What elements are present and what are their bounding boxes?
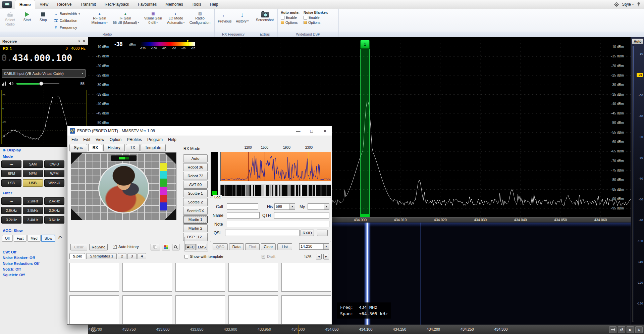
template-thumbnail[interactable] [175,295,225,324]
my-label[interactable]: My [300,204,305,209]
auto-history-checkbox[interactable] [113,245,117,249]
undo-icon[interactable]: ↶ [58,235,62,241]
radio-configuration-button[interactable]: ▧ Radio Configuration [187,10,213,31]
auto-mute-options[interactable]: Options [281,20,300,25]
mode-button[interactable]: SAM [23,160,43,168]
sstv-frequency-select[interactable]: 14.230▼ [299,243,329,250]
channel-passband-region[interactable] [360,49,370,214]
tuning-bar-tick-label[interactable]: 433.850 [190,327,204,331]
rx-mode-button[interactable]: Robot 72 [183,172,208,180]
filter-button[interactable]: 2.8kHz [23,207,43,214]
template-thumbnail[interactable] [69,263,119,292]
qsl-input[interactable] [225,230,300,236]
name-label[interactable]: Name [213,213,223,218]
template-thumbnail[interactable] [281,263,331,292]
copy-image-button[interactable] [151,244,160,250]
clear-image-button[interactable]: Clear [70,244,87,250]
frequency-history-button[interactable]: ↓ History▾ [234,10,250,31]
bandwidth-button[interactable]: ↔Bandwidth▾ [53,11,88,16]
mmsstv-tab[interactable]: Sync [69,144,87,151]
mode-button[interactable]: USB [23,179,43,187]
agc-button[interactable]: Med [28,235,40,242]
name-input[interactable] [227,212,260,219]
pin-icon[interactable] [637,2,641,7]
screenshot-button[interactable]: Screenshot [254,10,276,31]
auto-history-option[interactable]: Auto history [113,245,139,249]
tuning-bar-tick-label[interactable]: 433.950 [258,327,271,331]
volume-slider[interactable] [16,81,59,86]
note-input[interactable] [227,221,329,227]
filter-button[interactable]: 2.6kHz [1,207,21,214]
rx-mode-button[interactable]: Martin 1 [183,216,208,224]
filter-button[interactable]: 3.2kHz [1,216,21,224]
qth-input[interactable] [274,212,329,219]
template-tab[interactable]: 2 [118,253,126,259]
mmsstv-window[interactable]: F5OEO (F5OEO.MDT) - MMSSTV Ver 1.08 — □ … [67,126,332,325]
dropdown-arrow-icon[interactable]: ▼ [323,244,329,249]
template-tab[interactable]: S.templates 1 [86,253,116,259]
mmsstv-menu-item[interactable]: Edit [80,137,93,143]
mmsstv-menu-item[interactable]: Option [107,137,124,143]
tuning-bar-tick-label[interactable]: 434.300 [494,327,508,331]
his-rst-select[interactable]: 599▼ [274,203,295,210]
menu-tab[interactable]: Help [206,0,223,9]
tuning-bar-tick-label[interactable]: 434.100 [359,327,373,331]
gear-icon[interactable] [614,2,619,7]
pan-right-button[interactable]: ▶ [627,326,634,333]
mmsstv-tab[interactable]: Template [141,144,166,151]
mmsstv-tab[interactable]: RX [88,144,103,151]
reset-view-button[interactable]: ↻ [635,326,643,333]
template-tab[interactable]: S.pix [69,253,85,259]
log-action-button[interactable]: List [277,243,292,250]
rx-mode-button[interactable]: AVT 90 [183,181,208,189]
noise-blanker-options[interactable]: Options [304,20,328,25]
audio-device-select[interactable]: CABLE Input (VB-Audio Virtual Cable) ▾ [2,69,86,78]
visual-gain-button[interactable]: ▦ Visual Gain 0 dB▾ [142,10,165,31]
template-thumbnail[interactable] [228,295,278,324]
mmsstv-tab[interactable]: History [103,144,124,151]
if-gain-button[interactable]: ▲ IF Gain -55 dB (Manual)▾ [110,10,141,31]
mmsstv-title-bar[interactable]: F5OEO (F5OEO.MDT) - MMSSTV Ver 1.08 — □ … [67,126,332,136]
tuning-bar-tick-label[interactable]: 434.200 [427,327,440,331]
color-palette-button[interactable] [162,244,170,250]
draft-checkbox[interactable] [262,255,265,258]
agc-button[interactable]: Off [2,235,13,242]
mode-button[interactable]: NFM [23,170,43,177]
rx-mode-button[interactable]: Robot 36 [183,163,208,171]
qsl-label[interactable]: QSL [214,231,222,235]
agc-button[interactable]: Slow [42,235,55,242]
my-rst-select[interactable]: ▼ [308,203,329,210]
rx-mode-button[interactable]: Martin 2 [183,224,208,232]
filter-button[interactable]: 3.6kHz [44,216,64,224]
tuning-bar-tick-label[interactable]: 433.900 [224,327,237,331]
maximize-icon[interactable]: □ [305,126,318,136]
magnify-button[interactable] [172,244,179,250]
menu-tab[interactable]: Rec/Playback [100,0,133,9]
filter-button[interactable]: 2.4kHz [44,197,64,205]
tuning-bar-tick-label[interactable]: 434.000 [291,327,305,331]
start-button[interactable]: Start [19,10,35,31]
mmsstv-menu-item[interactable]: View [93,137,107,143]
template-thumbnail[interactable] [122,295,172,324]
template-tab[interactable]: 4 [138,253,146,259]
zoom-level-button[interactable]: x5 [618,326,625,333]
mmsstv-menu-item[interactable]: File [69,137,80,143]
log-action-button[interactable]: Clear [261,243,276,250]
log-action-button[interactable]: Data [229,243,244,250]
tuning-bar-tick-label[interactable]: 434.250 [461,327,474,331]
rx-mode-button[interactable]: Scottie 2 [183,198,208,206]
auto-mute-enable-checkbox[interactable] [281,16,284,19]
mode-button[interactable]: ••• [1,160,21,168]
rx-mode-button[interactable]: ScottieDX [183,207,208,215]
calibration-button[interactable]: Calibration [53,18,88,23]
mmsstv-menu-item[interactable]: Program [145,137,165,143]
filter-button[interactable]: 3.0kHz [44,207,64,214]
filter-button[interactable]: 2.2kHz [23,197,43,205]
note-label[interactable]: Note [214,222,223,227]
menu-tab[interactable]: Receive [53,0,76,9]
rxid-button[interactable]: RXID [301,230,314,236]
mmsstv-tab[interactable]: TX [126,144,140,151]
afc-button[interactable]: AFC [185,244,196,250]
template-thumbnail[interactable] [175,263,225,292]
close-icon[interactable]: ✕ [83,39,86,43]
